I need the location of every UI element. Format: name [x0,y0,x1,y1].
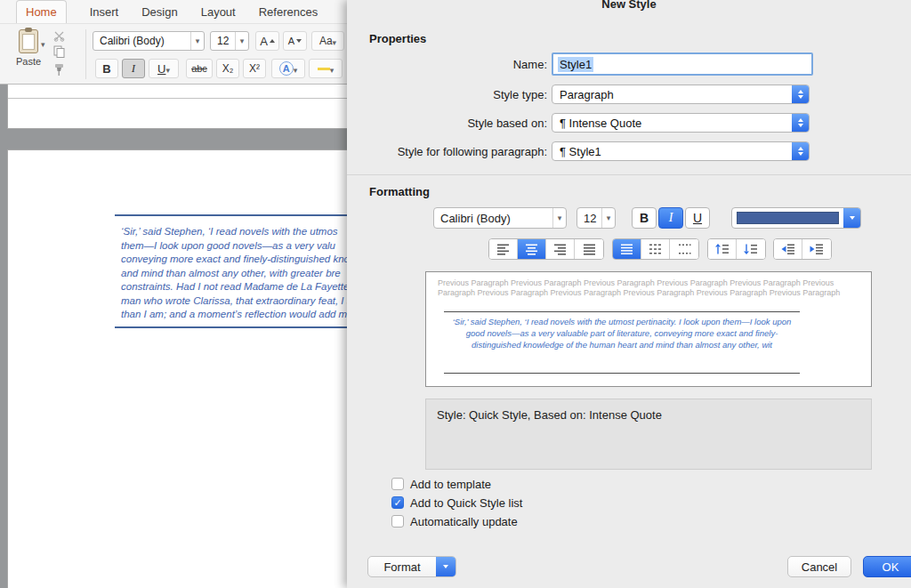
automatically-update-label: Automatically update [410,515,518,528]
dialog-italic-button[interactable]: I [658,207,683,229]
caret-down-icon [330,62,335,76]
caret-down-icon [190,32,204,50]
dialog-font-name-combo[interactable]: Calibri (Body) [433,207,567,229]
line-spacing-group [612,238,699,260]
new-style-dialog: New Style Properties Name: Style1 Style … [347,0,911,588]
highlight-color-button[interactable] [309,59,343,78]
style-type-label: Style type: [351,88,547,101]
preview-quote-bottom-border [444,373,800,374]
format-painter-button[interactable] [53,63,65,80]
one-half-spacing-button[interactable] [641,239,670,259]
caret-down-icon [333,35,337,48]
align-left-icon [496,243,510,255]
tab-layout[interactable]: Layout [201,1,236,23]
tab-home[interactable]: Home [16,0,67,23]
align-justify-button[interactable] [575,239,603,259]
align-justify-icon [583,243,596,255]
strikethrough-button[interactable]: abc [186,59,213,78]
change-case-button[interactable]: Aa [311,31,344,51]
superscript-button[interactable]: X² [243,59,266,78]
double-spacing-icon [678,243,691,255]
font-size-combo[interactable]: 12 [210,31,249,51]
grow-font-button[interactable]: A [255,31,279,51]
highlighter-icon [318,67,330,70]
section-divider [347,174,911,175]
align-center-icon [525,243,538,255]
dialog-underline-button[interactable]: U [685,207,710,229]
caret-down-icon [165,62,170,76]
stepper-icon [792,85,809,103]
stepper-icon [792,114,809,132]
subscript-button[interactable]: X₂ [216,59,239,78]
align-right-icon [553,243,567,255]
quote-line: man who wrote Clarissa, that extraordina… [121,294,352,309]
tab-references[interactable]: References [259,1,318,23]
group-divider [85,29,86,79]
scissors-icon [53,30,65,42]
previous-paragraph-text: Previous Paragraph Previous Paragraph Pr… [426,272,871,298]
preview-quote-text: ‘Sir,’ said Stephen, ‘I read novels with… [448,316,795,350]
add-to-quick-style-checkbox[interactable] [391,496,404,509]
following-paragraph-select[interactable]: ¶ Style1 [552,141,810,161]
properties-section-label: Properties [369,32,426,45]
caret-down-icon [235,32,248,50]
indent-left-icon [781,243,795,255]
indent-group [773,238,832,260]
tab-design[interactable]: Design [141,1,177,23]
text-effects-button[interactable]: A [271,59,305,78]
align-right-button[interactable] [546,239,575,259]
italic-button[interactable]: I [122,59,145,78]
add-to-template-checkbox[interactable] [391,478,404,490]
paste-label: Paste [9,56,48,67]
quote-line: ‘Sir,’ said Stephen, ‘I read novels with… [121,225,352,239]
align-center-button[interactable] [518,239,546,259]
cancel-button[interactable]: Cancel [787,556,851,577]
underline-button[interactable]: U [149,59,179,78]
style-description: Style: Quick Style, Based on: Intense Qu… [425,399,872,470]
space-before-icon [715,243,730,255]
ok-button[interactable]: OK [863,556,911,577]
single-spacing-icon [620,243,633,255]
dialog-font-size-combo[interactable]: 12 [576,207,616,229]
quote-line: and mind than almost any other, with gre… [121,267,352,281]
shrink-font-button[interactable]: A [283,31,307,51]
style-based-on-label: Style based on: [351,117,547,130]
increase-space-before-button[interactable] [708,239,737,259]
style-based-on-select[interactable]: ¶ Intense Quote [552,113,810,133]
double-spacing-button[interactable] [670,239,698,259]
automatically-update-checkbox[interactable] [391,515,404,528]
decrease-indent-button[interactable] [774,239,802,259]
tab-insert[interactable]: Insert [90,1,119,23]
paste-caret-down-icon[interactable] [41,35,45,51]
increase-space-after-button[interactable] [737,239,765,259]
align-left-button[interactable] [489,239,518,259]
font-name-combo[interactable]: Calibri (Body) [93,31,205,51]
single-spacing-button[interactable] [613,239,641,259]
paintbrush-icon [53,63,65,77]
alignment-group [488,238,604,260]
increase-indent-button[interactable] [802,239,831,259]
format-menu-button[interactable]: Format [367,556,456,577]
cut-button[interactable] [53,29,65,45]
triangle-up-icon [270,39,275,43]
one-half-spacing-icon [649,243,662,255]
style-type-select[interactable]: Paragraph [552,85,810,104]
triangle-down-icon [296,39,302,43]
add-to-template-label: Add to template [410,478,491,491]
style-name-input[interactable]: Style1 [552,52,813,76]
chevron-down-icon [436,557,456,576]
font-color-picker[interactable] [731,207,861,229]
dialog-bold-button[interactable]: B [632,207,657,229]
selected-text: Style1 [558,57,593,72]
caret-down-icon [294,62,298,76]
copy-button[interactable] [53,45,66,62]
name-label: Name: [351,58,547,71]
stepper-icon [792,142,809,160]
quote-line: conveying more exact and finely-distingu… [121,253,352,267]
bold-button[interactable]: B [95,59,118,78]
following-paragraph-label: Style for following paragraph: [351,145,547,158]
add-to-quick-style-label: Add to Quick Style list [410,496,522,510]
intense-quote-paragraph: ‘Sir,’ said Stephen, ‘I read novels with… [121,225,352,322]
quote-line: than I am; and a moment’s reflection wou… [121,308,352,322]
caret-down-icon [552,208,566,228]
